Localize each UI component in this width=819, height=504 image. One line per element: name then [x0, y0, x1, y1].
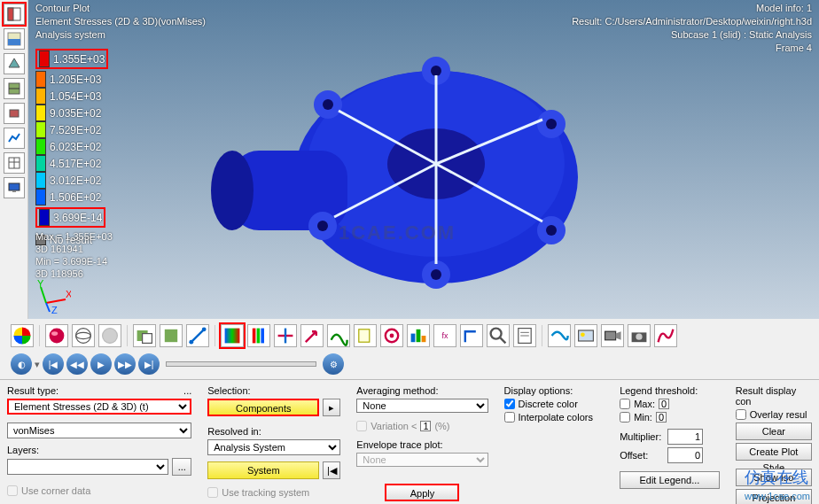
sphere-icon[interactable] [45, 324, 68, 347]
measure-icon[interactable] [186, 324, 209, 347]
model-render [170, 35, 613, 301]
discrete-color-checkbox[interactable]: Discrete color [504, 399, 604, 409]
colorwheel-icon[interactable] [11, 324, 34, 347]
fx-icon[interactable]: fx [433, 324, 456, 347]
svg-rect-12 [12, 190, 16, 192]
mask-icon[interactable] [133, 324, 156, 347]
display-options-label: Display options: [504, 385, 604, 396]
anim-settings-button[interactable]: ⚙ [323, 353, 344, 375]
anim-mode-icon[interactable]: ◐ [11, 353, 32, 375]
contour-tool-icon[interactable] [221, 324, 244, 347]
svg-marker-73 [616, 331, 621, 340]
svg-rect-56 [261, 329, 264, 344]
deform-icon[interactable] [327, 324, 350, 347]
section-icon[interactable] [4, 78, 25, 99]
prev-frame-button[interactable]: ◀◀ [66, 353, 88, 375]
report-icon[interactable] [513, 324, 536, 347]
components-button[interactable]: Components [207, 399, 319, 416]
result-type-select[interactable]: Element Stresses (2D & 3D) (t) [7, 399, 191, 415]
contour-icon[interactable] [4, 28, 25, 50]
iso-tool-icon[interactable] [247, 324, 270, 347]
svg-marker-4 [9, 58, 20, 67]
left-toolbar [0, 0, 28, 319]
min-value: Min = 3.699E-14 [35, 255, 113, 268]
svg-rect-49 [165, 330, 177, 342]
create-plot-button[interactable]: Create Plot Style [736, 443, 812, 461]
system-button[interactable]: System [207, 461, 319, 479]
query-icon[interactable] [487, 324, 510, 347]
legend-val-3: 9.035E+02 [50, 107, 101, 120]
vector-icon[interactable] [300, 324, 324, 347]
use-tracking-checkbox[interactable]: Use tracking system [207, 487, 340, 498]
tracking-icon[interactable] [380, 324, 403, 347]
page-layout-icon[interactable] [4, 4, 25, 25]
wireframe-icon[interactable] [72, 324, 95, 347]
video-icon[interactable] [601, 324, 624, 347]
offset-input[interactable] [667, 447, 703, 463]
variation-input[interactable] [420, 421, 431, 431]
graph-icon[interactable] [4, 128, 25, 149]
plot-result: Element Stresses (2D & 3D)(vonMises) [35, 15, 206, 28]
clear-contour-button[interactable]: Clear Contour [736, 423, 812, 440]
tensor-icon[interactable] [274, 324, 297, 347]
selection-label: Selection: [207, 385, 340, 396]
frame-slider[interactable] [166, 361, 316, 367]
svg-line-66 [500, 337, 505, 343]
footer-watermark: 仿真在线 www.1cae.com [745, 467, 810, 502]
svg-rect-54 [253, 329, 256, 344]
result-display-label: Result display con [736, 385, 812, 407]
select-arrow-button[interactable]: ▸ [323, 399, 340, 416]
table-icon[interactable] [4, 152, 25, 174]
last-frame-button[interactable]: ▶| [138, 353, 160, 375]
next-frame-button[interactable]: ▶▶ [114, 353, 136, 375]
streamline-icon[interactable] [548, 324, 571, 347]
svg-text:Y: Y [37, 278, 44, 289]
variation-checkbox[interactable]: Variation <(%) [356, 421, 488, 431]
viewport-3d[interactable]: Contour Plot Element Stresses (2D & 3D)(… [28, 0, 819, 319]
result-type-more-button[interactable]: ... [183, 385, 191, 396]
model-icon[interactable] [4, 103, 25, 124]
iso-icon[interactable] [4, 53, 25, 74]
curve-icon[interactable] [654, 324, 677, 347]
envelope-select[interactable]: None [356, 453, 488, 467]
edit-legend-button[interactable]: Edit Legend... [620, 471, 720, 489]
svg-text:X: X [66, 289, 71, 299]
overlay-result-checkbox[interactable]: Overlay resul [736, 409, 812, 420]
transparent-icon[interactable] [98, 324, 121, 347]
interpolate-checkbox[interactable]: Interpolate colors [504, 412, 604, 423]
legend-val-2: 1.054E+03 [50, 90, 101, 103]
play-button[interactable]: ▶ [90, 353, 112, 375]
result-stats: Max = 1.355E+03 3D 161941 Min = 3.699E-1… [35, 230, 113, 280]
fbd-icon[interactable] [407, 324, 430, 347]
layers-select[interactable] [7, 459, 168, 475]
layers-label: Layers: [7, 445, 39, 455]
svg-rect-62 [411, 334, 416, 343]
apply-button[interactable]: Apply [385, 484, 459, 501]
first-frame-button[interactable]: |◀ [43, 353, 64, 375]
image-icon[interactable] [574, 324, 597, 347]
svg-rect-11 [9, 183, 20, 190]
svg-rect-63 [417, 330, 421, 342]
min-input[interactable] [656, 412, 667, 423]
max-value: Max = 1.355E+03 [35, 230, 113, 243]
systems-icon[interactable] [460, 324, 483, 347]
resolved-select[interactable]: Analysis System [207, 439, 340, 455]
svg-rect-3 [8, 39, 20, 45]
layers-more-button[interactable]: ... [172, 458, 191, 476]
result-toolbar: fx [7, 321, 819, 351]
monitor-icon[interactable] [4, 177, 25, 198]
unmask-icon[interactable] [160, 324, 183, 347]
svg-point-25 [431, 66, 441, 76]
averaging-select[interactable]: None [356, 399, 488, 413]
min-checkbox[interactable]: Min: [620, 412, 720, 423]
max-checkbox[interactable]: Max: [620, 399, 720, 409]
camera-icon[interactable] [628, 324, 651, 347]
svg-point-42 [50, 329, 65, 344]
max-input[interactable] [659, 399, 669, 409]
offset-label: Offset: [620, 450, 664, 461]
system-pick-button[interactable]: |◀ [323, 461, 340, 479]
use-corner-checkbox[interactable]: Use corner data [7, 485, 191, 496]
note-icon[interactable] [354, 324, 377, 347]
result-component-select[interactable]: vonMises [7, 423, 191, 438]
multiplier-input[interactable] [667, 429, 703, 445]
